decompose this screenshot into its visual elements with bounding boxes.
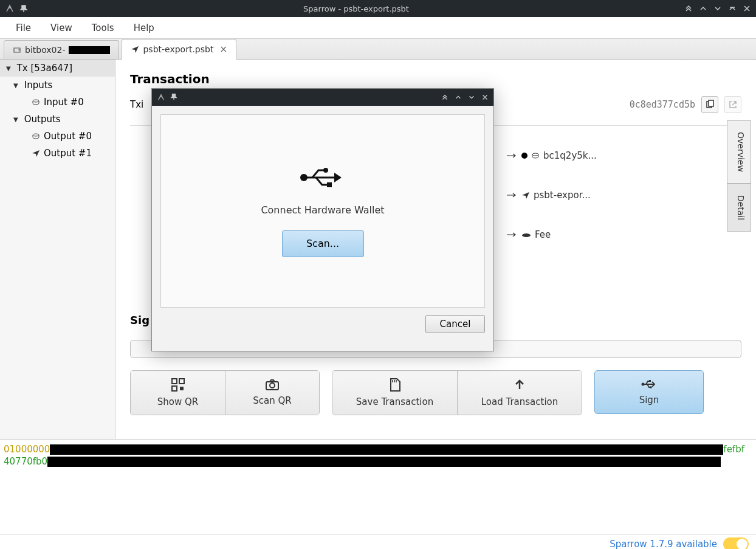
scroll-up-double-icon[interactable] [441,94,448,101]
titlebar: Sparrow - psbt-export.psbt [0,0,756,17]
menu-file[interactable]: File [7,19,40,37]
scan-button[interactable]: Scan... [282,230,364,257]
tree-input-0[interactable]: Input #0 [0,94,115,111]
side-tab-overview[interactable]: Overview [727,120,751,184]
svg-rect-9 [180,387,184,390]
tab-psbt-label: psbt-export.psbt [143,44,213,54]
scroll-up-icon[interactable] [455,94,462,101]
hex-redacted-1 [50,444,723,455]
svg-rect-3 [709,100,713,106]
sd-card-icon [390,378,400,392]
svg-rect-13 [649,380,651,382]
qr-icon [171,378,185,392]
section-title: Transaction [130,72,741,86]
tree-outputs[interactable]: Outputs [0,111,115,128]
svg-rect-6 [172,379,177,384]
upload-icon [514,378,526,392]
dot-icon [521,153,527,159]
hardware-wallet-dialog: Connect Hardware Wallet Scan... Cancel [151,88,494,351]
menu-help[interactable]: Help [125,19,163,37]
hex-viewer[interactable]: 01000000fefbf 40770fb0 [0,439,756,534]
coins-icon [32,98,40,106]
menu-tools[interactable]: Tools [83,19,123,37]
arrow-icon [507,232,518,237]
tab-wallet-label: bitbox02- [25,45,65,55]
output-dest-2[interactable]: psbt-expor... [507,190,591,201]
svg-point-0 [33,100,39,102]
sidebar-tree: Tx [53a647] Inputs Input #0 Outputs Outp… [0,60,115,439]
action-bar: Show QR Scan QR Save Transaction [130,370,741,415]
send-icon [32,149,40,157]
tree-output-1[interactable]: Output #1 [0,145,115,162]
app-icon [157,93,165,102]
menubar: File View Tools Help [0,17,756,39]
cancel-button[interactable]: Cancel [425,315,485,333]
dialog-body: Connect Hardware Wallet Scan... [160,114,485,308]
usb-icon [641,379,657,390]
close-icon[interactable] [481,94,489,101]
hex-line1-a: 01000000 [4,444,50,455]
tree-output-0[interactable]: Output #0 [0,128,115,145]
svg-point-1 [33,134,39,136]
dialog-titlebar [152,89,493,106]
tree-tx-root[interactable]: Tx [53a647] [0,60,115,77]
arrow-icon [507,193,518,198]
update-available-link[interactable]: Sparrow 1.7.9 available [610,539,717,549]
copy-button[interactable] [701,96,718,113]
usb-icon [299,165,346,190]
menu-view[interactable]: View [42,19,81,37]
hex-redacted-2 [47,457,721,467]
svg-point-5 [522,233,531,237]
minimize-icon[interactable] [713,4,722,13]
wallet-icon [13,46,21,54]
load-transaction-button[interactable]: Load Transaction [457,371,582,415]
hex-line1-b: fefbf [723,444,744,455]
txid-label: Txi [130,99,154,110]
send-icon [521,191,530,199]
statusbar: Sparrow 1.7.9 available [0,534,756,549]
sign-button[interactable]: Sign [594,370,704,414]
svg-point-14 [650,386,652,388]
svg-point-11 [270,383,275,388]
scan-qr-button[interactable]: Scan QR [225,371,319,415]
camera-icon [266,379,279,390]
arrow-icon [507,153,518,158]
tree-inputs[interactable]: Inputs [0,77,115,94]
maximize-icon[interactable] [728,4,737,13]
svg-rect-8 [172,386,177,391]
svg-point-16 [323,168,328,173]
show-qr-button[interactable]: Show QR [131,371,225,415]
tab-wallet[interactable]: bitbox02- [4,40,119,59]
tabbar: bitbox02- psbt-export.psbt × [0,39,756,60]
external-link-button[interactable] [724,96,741,113]
scroll-up-icon[interactable] [699,4,707,13]
scroll-up-double-icon[interactable] [684,4,693,13]
save-transaction-button[interactable]: Save Transaction [332,371,457,415]
coins-icon [531,151,540,160]
fee-icon [521,232,531,238]
side-tabs: Overview Detail [727,120,751,232]
connection-toggle[interactable] [723,537,749,549]
output-dest-3[interactable]: Fee [507,229,551,240]
close-icon[interactable] [743,4,751,13]
tab-psbt[interactable]: psbt-export.psbt × [122,39,236,60]
coins-icon [32,132,40,140]
side-tab-detail[interactable]: Detail [727,184,751,232]
svg-rect-17 [327,182,332,187]
tab-close-icon[interactable]: × [219,44,227,55]
pin-icon[interactable] [170,93,177,102]
minimize-icon[interactable] [468,94,475,101]
window-title: Sparrow - psbt-export.psbt [28,4,684,13]
tab-wallet-redacted [69,46,110,54]
svg-rect-7 [179,379,184,384]
app-icon [5,4,15,13]
pin-icon[interactable] [19,4,28,13]
svg-point-4 [532,153,538,156]
hex-line2-a: 40770fb0 [4,456,47,467]
send-icon [131,45,139,54]
dialog-message: Connect Hardware Wallet [261,204,384,216]
output-dest-1[interactable]: bc1q2y5k... [507,150,597,161]
